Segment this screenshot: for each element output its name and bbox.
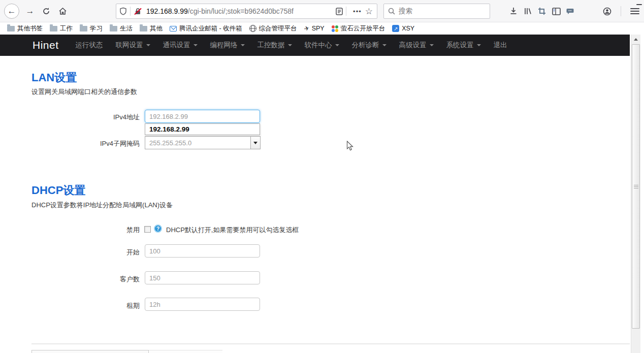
chevron-down-icon [146, 44, 150, 46]
section-divider [31, 343, 630, 344]
browser-toolbar: ← → 192.168.9.99/cgi-bin/luci/;stok=b962… [0, 0, 644, 22]
scroll-up-button[interactable] [631, 36, 640, 43]
page-actions-icon[interactable]: ••• [353, 8, 362, 15]
download-icon [509, 7, 518, 15]
dhcp-disable-label: 禁用 [30, 226, 140, 235]
url-fade [321, 7, 336, 15]
reload-icon [42, 7, 50, 15]
dhcp-disable-checkbox[interactable] [144, 226, 151, 233]
select-dropdown-button[interactable] [250, 137, 260, 149]
chevron-down-icon [430, 44, 434, 46]
chevron-down-icon [477, 44, 481, 46]
dhcp-lease-field[interactable] [145, 298, 260, 311]
crop-icon [538, 7, 546, 15]
url-bar[interactable]: 192.168.9.99/cgi-bin/luci/;stok=b9624d0b… [116, 4, 377, 19]
triangle-up-icon [634, 38, 638, 41]
reload-button[interactable] [39, 4, 54, 19]
chevron-down-icon [194, 44, 198, 46]
dhcp-lease-label: 租期 [30, 301, 140, 310]
insecure-lock-icon[interactable] [134, 8, 142, 15]
lan-section-subtitle: 设置网关局域网端口相关的通信参数 [31, 87, 137, 97]
bookmark-xsy[interactable]: ↗XSY [389, 23, 418, 34]
nav-item-system-settings[interactable]: 系统设置 [444, 38, 484, 53]
ipv4-address-label: IPv4地址 [30, 113, 140, 122]
nav-item-programming-network[interactable]: 编程网络 [208, 38, 247, 53]
bookmark-mgmt-platform[interactable]: 综合管理平台 [246, 23, 301, 34]
dhcp-section-subtitle: DHCP设置参数将IP地址分配给局域网(LAN)设备 [31, 201, 173, 210]
update-badge: ↑ [635, 3, 643, 5]
folder-icon [7, 26, 15, 31]
speech-bubble-icon [566, 8, 575, 15]
url-text[interactable]: 192.168.9.99/cgi-bin/luci/;stok=b9624d0b… [146, 7, 336, 15]
plane-icon: ✈ [303, 24, 310, 33]
bookmark-folder-other-bookmarks[interactable]: 其他书签 [4, 23, 46, 34]
sidebar-icon [552, 8, 561, 15]
urlbar-separator [130, 7, 131, 16]
ipv4-address-field[interactable] [145, 110, 260, 123]
brand-logo[interactable]: Hinet [33, 39, 59, 51]
reader-mode-icon[interactable] [336, 8, 343, 15]
bookmark-folder-life[interactable]: 生活 [106, 23, 136, 34]
shield-icon [119, 7, 127, 15]
downloads-button[interactable] [509, 7, 518, 16]
home-icon [58, 7, 67, 15]
folder-icon [110, 26, 117, 31]
account-icon [603, 7, 611, 16]
bookmark-star-icon[interactable]: ☆ [365, 6, 373, 17]
nav-item-advanced-settings[interactable]: 高级设置 [397, 38, 436, 53]
scrollbar-grip [634, 185, 638, 189]
search-placeholder: 搜索 [399, 7, 412, 16]
library-button[interactable] [523, 7, 532, 16]
home-button[interactable] [55, 4, 70, 19]
nav-item-logout[interactable]: 退出 [491, 38, 510, 53]
ezviz-dots-icon [332, 25, 338, 32]
dhcp-disable-help-text: DHCP默认打开,如果需要禁用可以勾选复选框 [166, 226, 299, 235]
dhcp-clients-label: 客户数 [30, 275, 140, 284]
bookmark-spy[interactable]: ✈SPY [301, 23, 328, 34]
nav-item-status[interactable]: 运行状态 [73, 38, 106, 53]
bookmark-folder-study[interactable]: 学习 [76, 23, 106, 34]
netmask-selected-value: 255.255.255.0 [145, 139, 250, 147]
app-navbar: Hinet 运行状态 联网设置 通讯设置 编程网络 工控数据 软件中心 分析诊断… [0, 35, 630, 56]
dhcp-start-field[interactable] [145, 244, 260, 258]
forward-button[interactable]: → [22, 4, 38, 19]
toolbar-separator [621, 6, 621, 16]
bookmark-tencent-mail[interactable]: 腾讯企业邮箱 - 收件箱 [166, 23, 246, 34]
vertical-scrollbar[interactable] [631, 35, 640, 353]
chat-extension-button[interactable] [566, 7, 575, 16]
back-icon: ← [8, 6, 16, 16]
nav-item-network-settings[interactable]: 联网设置 [113, 38, 153, 53]
urlbar-separator-2 [346, 7, 346, 16]
screenshot-extension-button[interactable] [537, 7, 546, 16]
nav-item-comm-settings[interactable]: 通讯设置 [160, 38, 200, 53]
dhcp-start-label: 开始 [30, 248, 140, 257]
triangle-down-icon [253, 142, 257, 144]
forward-icon: → [26, 6, 35, 16]
url-path: /cgi-bin/luci/;stok=b9624d0bc758f [188, 7, 294, 15]
chevron-down-icon [288, 44, 292, 46]
bookmark-folder-misc[interactable]: 其他 [136, 23, 166, 34]
globe-icon [249, 25, 256, 32]
scrollbar-thumb[interactable] [632, 44, 640, 329]
ipv4-netmask-select[interactable]: 255.255.255.0 [145, 136, 261, 149]
search-bar[interactable]: 搜索 [383, 4, 490, 19]
bookmark-ezviz[interactable]: 萤石云开放平台 [328, 23, 389, 34]
nav-item-software-center[interactable]: 软件中心 [302, 38, 342, 53]
sidebar-button[interactable] [552, 7, 561, 16]
ipv4-netmask-label: IPv4子网掩码 [30, 139, 140, 148]
menu-button[interactable]: ↑ [630, 7, 639, 16]
dhcp-clients-field[interactable] [145, 271, 260, 284]
bookmark-folder-work[interactable]: 工作 [46, 23, 76, 34]
next-section-tab-stub-2 [149, 350, 222, 353]
next-section-tab-stub [31, 350, 149, 353]
nav-item-diagnosis[interactable]: 分析诊断 [349, 38, 389, 53]
chevron-down-icon [335, 44, 339, 46]
mail-icon [170, 26, 177, 31]
folder-icon [50, 26, 57, 31]
url-host: 192.168.9.99 [146, 7, 188, 15]
back-button[interactable]: ← [4, 4, 19, 19]
account-button[interactable] [602, 7, 611, 16]
autocomplete-suggestion[interactable]: 192.168.2.99 [145, 124, 260, 135]
chevron-down-icon [382, 44, 387, 46]
nav-item-industrial-data[interactable]: 工控数据 [255, 38, 295, 53]
